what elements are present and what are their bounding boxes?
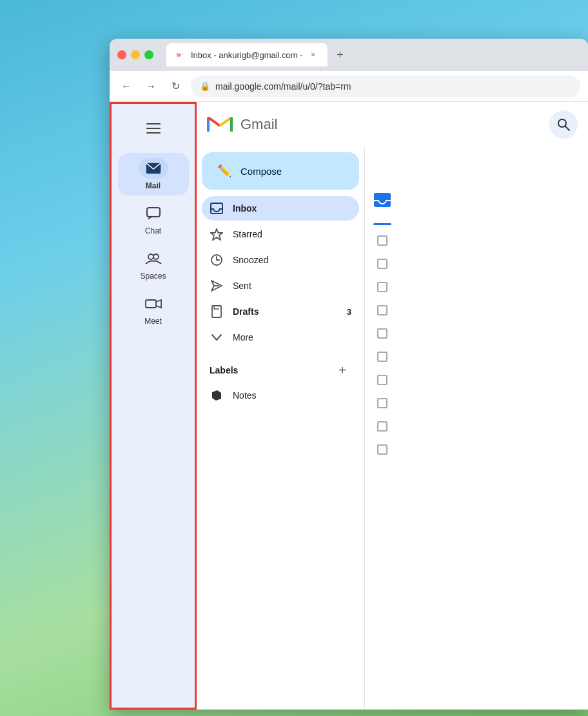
sidebar-item-chat-label: Chat [145,226,161,235]
url-bar[interactable]: 🔒 mail.google.com/mail/u/0/?tab=rm [191,75,580,97]
hamburger-line-1 [146,123,161,124]
lock-icon: 🔒 [200,81,210,91]
drafts-icon [210,305,224,318]
svg-point-4 [153,254,159,259]
nav-item-sent[interactable]: Sent [202,273,359,298]
nav-item-snoozed-label: Snoozed [233,255,351,265]
nav-item-sent-label: Sent [233,281,351,291]
email-checkbox-7[interactable] [377,375,387,385]
browser-content: Mail Chat [110,102,588,710]
gmail-main-content: Gmail ✏️ Compose [197,102,588,710]
label-notes-text: Notes [233,390,351,401]
email-checkbox-1[interactable] [377,235,387,246]
compose-pencil-icon: ✏️ [217,164,231,178]
drafts-count: 3 [347,307,351,317]
checkbox-row-8 [365,395,399,411]
email-checkbox-2[interactable] [377,259,387,269]
mail-icon-container [139,158,168,179]
snoozed-icon [210,254,224,266]
meet-icon [145,298,162,310]
sidebar-item-spaces[interactable]: Spaces [118,243,189,286]
email-checkbox-10[interactable] [377,444,387,455]
checkbox-row-10 [365,442,399,457]
tab-bar: M Inbox - ankurigb@gmail.com - × + [166,43,580,66]
svg-rect-5 [146,300,156,308]
search-button[interactable] [549,110,578,139]
more-icon [210,333,224,341]
spaces-icon [144,252,162,265]
checkbox-row-7 [365,372,399,388]
checkbox-row-5 [365,326,399,341]
checkbox-row-4 [365,303,399,318]
inbox-tab-icon[interactable] [373,192,391,210]
hamburger-line-2 [146,128,161,129]
chat-icon [146,206,161,221]
email-checkbox-8[interactable] [377,398,387,408]
active-tab[interactable]: M Inbox - ankurigb@gmail.com - × [166,43,328,66]
nav-item-starred-label: Starred [233,229,351,239]
mail-icon [146,163,161,174]
chat-icon-container [139,203,168,224]
gmail-favicon: M [175,50,186,60]
title-bar: M Inbox - ankurigb@gmail.com - × + [110,39,588,71]
forward-button[interactable]: → [142,77,160,95]
close-window-button[interactable] [117,50,126,59]
nav-item-more-label: More [233,332,351,343]
minimize-window-button[interactable] [131,50,140,59]
sidebar-item-meet-label: Meet [144,317,162,326]
add-label-button[interactable]: + [333,361,351,379]
sidebar-item-meet[interactable]: Meet [118,288,189,331]
email-checkbox-4[interactable] [377,305,387,315]
label-item-notes[interactable]: Notes [202,383,359,408]
sidebar-item-chat[interactable]: Chat [118,198,189,241]
back-button[interactable]: ← [117,77,135,95]
gmail-nav: ✏️ Compose Inbox [197,147,364,710]
tab-close-button[interactable]: × [308,50,318,60]
svg-line-7 [565,126,569,130]
email-checkbox-9[interactable] [377,421,387,432]
email-checkbox-6[interactable] [377,352,387,362]
nav-item-starred[interactable]: Starred [202,222,359,246]
nav-item-inbox[interactable]: Inbox [202,196,359,221]
nav-item-snoozed[interactable]: Snoozed [202,248,359,272]
reload-button[interactable]: ↻ [166,77,184,95]
sidebar-item-mail[interactable]: Mail [118,153,189,195]
url-text: mail.google.com/mail/u/0/?tab=rm [215,81,351,92]
gmail-logo: Gmail [207,115,277,134]
nav-item-more[interactable]: More [202,325,359,350]
compose-button[interactable]: ✏️ Compose [202,152,359,190]
checkbox-row-6 [365,349,399,364]
checkbox-row-1 [365,233,399,248]
labels-title: Labels [210,365,238,375]
nav-item-drafts[interactable]: Drafts 3 [202,299,359,324]
active-tab-indicator [373,223,391,225]
svg-text:M: M [177,52,181,58]
inbox-right-icon [373,192,391,208]
new-tab-button[interactable]: + [331,46,349,64]
svg-point-6 [558,119,566,127]
tab-title: Inbox - ankurigb@gmail.com - [191,50,303,60]
email-checkbox-5[interactable] [377,328,387,339]
svg-rect-13 [212,306,221,317]
traffic-lights [117,50,153,59]
hamburger-line-3 [146,132,161,134]
svg-rect-2 [147,208,160,217]
checkbox-row-9 [365,419,399,434]
sidebar-item-mail-label: Mail [146,181,161,190]
checkbox-row-2 [365,256,399,272]
notes-label-icon [210,390,224,401]
maximize-window-button[interactable] [144,50,153,59]
sidebar-item-spaces-label: Spaces [140,272,166,281]
email-checkbox-3[interactable] [377,282,387,292]
svg-marker-9 [211,229,222,240]
browser-window: M Inbox - ankurigb@gmail.com - × + ← → ↻… [110,39,588,710]
gmail-right-panel [364,147,399,710]
meet-icon-container [139,293,168,314]
inbox-icon [210,203,224,214]
nav-item-drafts-label: Drafts [233,306,338,317]
labels-section-header: Labels + [202,351,359,382]
svg-point-3 [148,254,153,259]
spaces-icon-container [139,248,168,269]
hamburger-menu-button[interactable] [139,114,168,143]
gmail-title: Gmail [240,116,277,133]
